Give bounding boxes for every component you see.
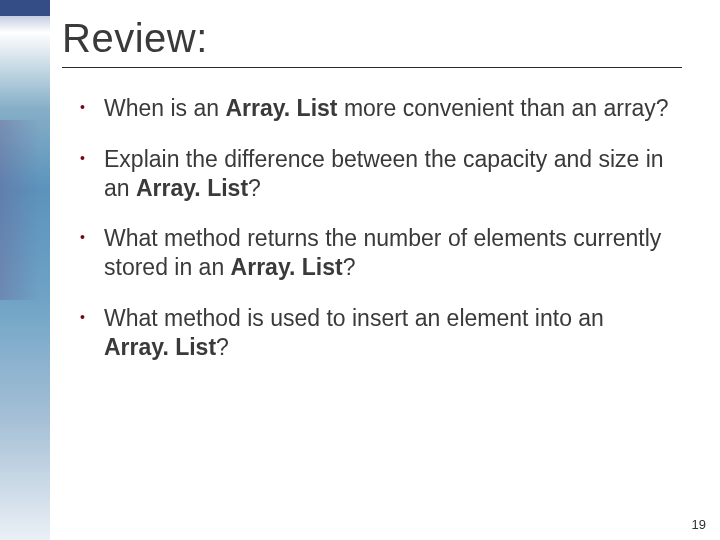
bullet-text-pre: What method returns the number of elemen… — [104, 225, 661, 280]
page-number: 19 — [692, 517, 706, 532]
bullet-text-post: ? — [248, 175, 261, 201]
bullet-text-post: more convenient than an array? — [338, 95, 669, 121]
bullet-text-pre: What method is used to insert an element… — [104, 305, 604, 331]
title-underline — [62, 67, 682, 68]
list-item: What method returns the number of elemen… — [62, 224, 672, 282]
bullet-list: When is an Array. List more convenient t… — [62, 94, 672, 361]
term-arraylist: Array. List — [104, 334, 216, 360]
bullet-text-post: ? — [216, 334, 229, 360]
decorative-sidebar — [0, 0, 50, 540]
term-arraylist: Array. List — [231, 254, 343, 280]
slide-content: Review: When is an Array. List more conv… — [62, 0, 720, 540]
list-item: Explain the difference between the capac… — [62, 145, 672, 203]
bullet-text-post: ? — [343, 254, 356, 280]
bullet-text-pre: When is an — [104, 95, 225, 121]
list-item: What method is used to insert an element… — [62, 304, 672, 362]
term-arraylist: Array. List — [136, 175, 248, 201]
slide-title: Review: — [62, 16, 720, 61]
list-item: When is an Array. List more convenient t… — [62, 94, 672, 123]
term-arraylist: Array. List — [225, 95, 337, 121]
